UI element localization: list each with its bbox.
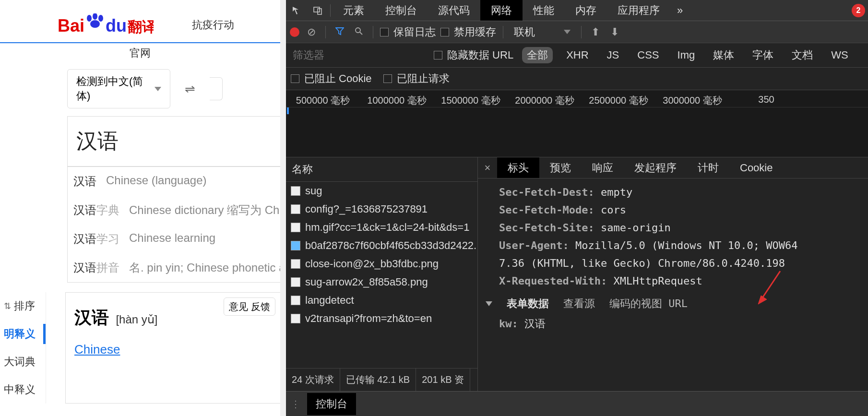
filter-type-media[interactable]: 媒体 (708, 47, 739, 63)
hide-data-url-checkbox[interactable]: 隐藏数据 URL (434, 48, 513, 62)
view-url-encoded-link[interactable]: 编码的视图 URL (609, 297, 688, 311)
target-lang-select-stub[interactable] (210, 77, 223, 100)
tab-performance[interactable]: 性能 (523, 0, 565, 21)
nav-covid-link[interactable]: 抗疫行动 (192, 18, 234, 32)
sidebar-item-dictionary[interactable]: 大词典 (0, 348, 46, 376)
suggestion-item[interactable]: 汉语字典 Chinese dictionary 缩写为 Chi (68, 196, 280, 225)
timeline-tick: 1500000 毫秒 (434, 94, 508, 107)
tab-memory[interactable]: 内存 (565, 0, 607, 21)
clear-icon[interactable]: ⊘ (304, 26, 319, 38)
source-lang-label: 检测到中文(简体) (76, 74, 147, 103)
request-item[interactable]: hm.gif?cc=1&ck=1&cl=24-bit&ds=1 (286, 218, 477, 237)
filter-type-font[interactable]: 字体 (748, 47, 778, 63)
drawer-menu-icon[interactable]: ⋮ (291, 398, 300, 410)
disable-cache-checkbox[interactable]: 禁用缓存 (440, 25, 496, 39)
blocked-request-checkbox[interactable]: 已阻止请求 (383, 71, 450, 86)
request-item[interactable]: b0af2878c7f60cbf4f65cb33d3d2422.. (286, 237, 477, 255)
timeline-marker (287, 107, 289, 114)
transferred-size: 已传输 42.1 kB (340, 368, 416, 391)
request-item[interactable]: langdetect (286, 291, 477, 309)
image-icon (291, 241, 300, 250)
upload-har-icon[interactable]: ⬆ (588, 26, 603, 38)
filter-type-css[interactable]: CSS (632, 48, 664, 62)
svg-text:Bai: Bai (58, 16, 84, 36)
timeline-tick: 500000 毫秒 (286, 94, 360, 107)
request-item[interactable]: config?_=1636875237891 (286, 200, 477, 218)
tab-network[interactable]: 网络 (480, 0, 523, 21)
tab-sources[interactable]: 源代码 (428, 0, 480, 21)
request-list-header: 名称 (286, 157, 477, 182)
filter-type-js[interactable]: JS (602, 48, 624, 62)
timeline-ticks: 500000 毫秒 1000000 毫秒 1500000 毫秒 2000000 … (286, 90, 868, 107)
language-selector-row: 检测到中文(简体) ⇌ (0, 69, 280, 116)
result-row: ⇅排序 明释义 大词典 中释义 意见 反馈 汉语 [hàn yǔ] Chines… (0, 292, 280, 404)
source-text-input[interactable]: 汉语 (67, 116, 280, 166)
request-list-panel: 名称 sug config?_=1636875237891 hm.gif?cc=… (286, 157, 478, 391)
filter-input[interactable] (291, 47, 425, 63)
suggestion-item[interactable]: 汉语拼音 名. pin yin; Chinese phonetic a (68, 253, 280, 282)
device-toolbar-icon[interactable] (307, 6, 328, 15)
error-badge[interactable]: 2 (852, 4, 865, 17)
official-label: 官网 (0, 43, 280, 69)
svg-point-3 (98, 15, 103, 22)
detail-tab-preview[interactable]: 预览 (539, 157, 582, 178)
request-item[interactable]: sug (286, 182, 477, 200)
sort-icon: ⇅ (4, 301, 11, 311)
source-lang-select[interactable]: 检测到中文(简体) (67, 69, 170, 108)
devtools-drawer: ⋮ 控制台 (286, 391, 868, 416)
filter-type-all[interactable]: 全部 (522, 47, 553, 63)
inspect-element-icon[interactable] (286, 6, 307, 15)
suggestion-item[interactable]: 汉语 Chinese (language) (68, 167, 280, 196)
close-detail-icon[interactable]: × (478, 162, 497, 174)
more-tabs-icon[interactable]: » (670, 4, 690, 17)
timeline-tick: 350 (729, 94, 803, 107)
request-item[interactable]: sug-arrow2x_8f85a58.png (286, 273, 477, 291)
network-timeline[interactable]: 500000 毫秒 1000000 毫秒 1500000 毫秒 2000000 … (286, 90, 868, 157)
filter-type-img[interactable]: Img (673, 48, 700, 62)
record-button[interactable] (290, 27, 299, 37)
tab-console[interactable]: 控制台 (375, 0, 428, 21)
request-item[interactable]: close-icon@2x_bb3fdbc.png (286, 255, 477, 273)
scrollbar[interactable] (280, 0, 286, 416)
baidu-fanyi-logo[interactable]: Bai du 翻译 (58, 13, 154, 36)
form-data-section[interactable]: 表单数据 查看源 编码的视图 URL (486, 290, 868, 314)
suggestion-item[interactable]: 汉语学习 Chinese learning (68, 225, 280, 253)
sidebar-sort[interactable]: ⇅排序 (0, 292, 46, 320)
preserve-log-checkbox[interactable]: 保留日志 (380, 25, 436, 39)
result-card: 意见 反馈 汉语 [hàn yǔ] Chinese (65, 292, 280, 404)
result-translation-link[interactable]: Chinese (74, 342, 120, 357)
sidebar-item-cn-definition[interactable]: 中释义 (0, 376, 46, 404)
blocked-cookie-checkbox[interactable]: 已阻止 Cookie (291, 71, 372, 86)
drawer-tab-console[interactable]: 控制台 (307, 393, 356, 415)
tab-elements[interactable]: 元素 (333, 0, 375, 21)
detail-tab-response[interactable]: 响应 (582, 157, 624, 178)
file-icon (291, 186, 300, 196)
filter-type-xhr[interactable]: XHR (561, 48, 593, 62)
search-icon[interactable] (352, 26, 366, 38)
sidebar-item-definition[interactable]: 明释义 (0, 320, 46, 348)
view-source-link[interactable]: 查看源 (563, 297, 595, 311)
swap-languages-icon[interactable]: ⇌ (185, 82, 195, 96)
suggestion-cn: 汉语 (73, 174, 96, 189)
svg-point-9 (356, 28, 360, 33)
file-icon (291, 296, 300, 305)
devtools-main-tabs: 元素 控制台 源代码 网络 性能 内存 应用程序 » 2 (286, 0, 868, 21)
detail-tab-timing[interactable]: 计时 (687, 157, 729, 178)
download-har-icon[interactable]: ⬇ (607, 26, 622, 38)
header-line: Sec-Fetch-Dest: empty (499, 183, 868, 201)
tab-application[interactable]: 应用程序 (607, 0, 670, 21)
detail-tabs: × 标头 预览 响应 发起程序 计时 Cookie (478, 157, 868, 178)
filter-icon[interactable] (333, 26, 347, 38)
feedback-button[interactable]: 意见 反馈 (224, 297, 275, 316)
request-item[interactable]: v2transapi?from=zh&to=en (286, 309, 477, 328)
scrollbar-thumb[interactable] (280, 0, 286, 43)
throttling-select[interactable]: 联机 (510, 25, 574, 39)
header-line: X-Requested-With: XMLHttpRequest (499, 272, 868, 290)
detail-tab-initiator[interactable]: 发起程序 (624, 157, 687, 178)
detail-tab-headers[interactable]: 标头 (497, 157, 539, 178)
filter-type-doc[interactable]: 文档 (787, 47, 818, 63)
detail-tab-cookie[interactable]: Cookie (729, 157, 783, 178)
filter-type-ws[interactable]: WS (826, 48, 853, 62)
timeline-body (286, 107, 868, 155)
suggestion-cn: 汉语字典 (73, 202, 119, 218)
